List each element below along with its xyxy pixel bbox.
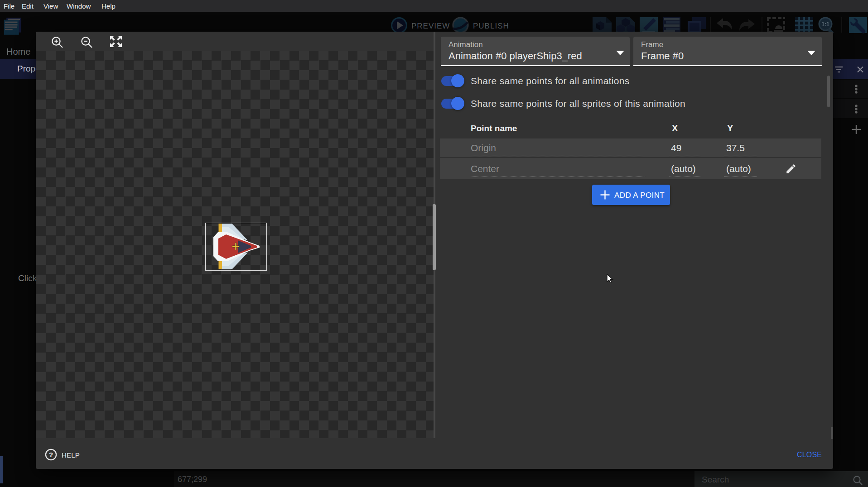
svg-text:1:1: 1:1: [821, 21, 829, 28]
svg-text:?: ?: [49, 451, 53, 458]
